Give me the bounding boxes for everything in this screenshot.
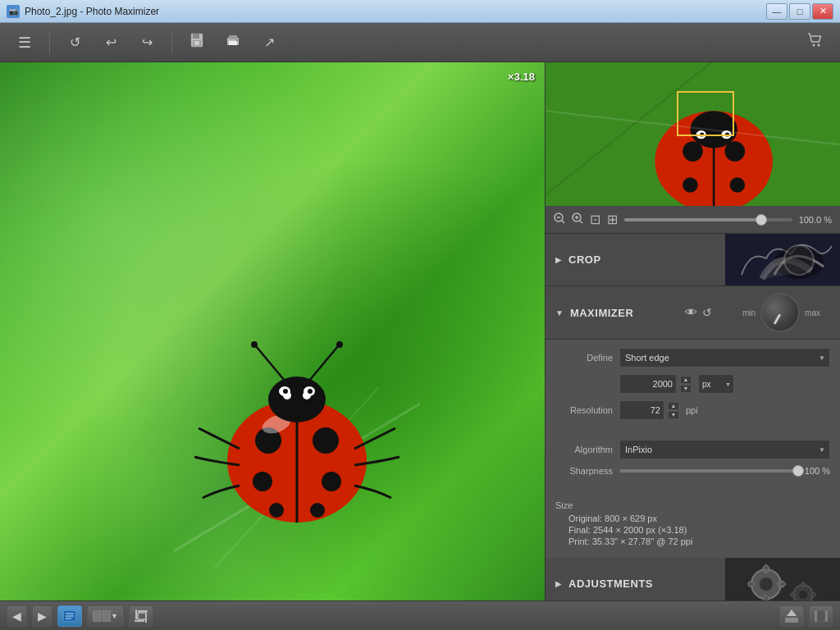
svg-point-17 — [322, 472, 341, 491]
define-select-wrapper[interactable]: Short edge Long edge Width Height — [619, 348, 830, 368]
crop-tool-icon — [135, 609, 148, 623]
svg-point-37 — [724, 141, 745, 162]
svg-rect-1 — [193, 34, 199, 39]
print-icon — [225, 32, 241, 52]
print-button[interactable] — [218, 28, 248, 57]
maximizer-section-header[interactable]: ▼ MAXIMIZER ↺ min max — [546, 286, 840, 340]
svg-rect-82 — [138, 613, 146, 619]
filmstrip-button[interactable] — [809, 605, 833, 627]
resolution-unit: ppi — [686, 405, 698, 415]
svg-rect-90 — [815, 612, 816, 614]
toolbar-separator-2 — [171, 31, 172, 54]
canvas-area[interactable]: ×3.18 — [0, 62, 545, 600]
crop-tool-button[interactable] — [129, 605, 153, 627]
svg-rect-3 — [194, 41, 199, 45]
zoom-slider[interactable] — [624, 218, 792, 221]
size-input[interactable]: 2000 — [619, 374, 677, 394]
maximizer-reset-icon[interactable]: ↺ — [702, 306, 712, 319]
zoom-indicator: ×3.18 — [508, 71, 535, 83]
sharpness-thumb[interactable] — [792, 465, 804, 477]
ladybug-image — [174, 322, 420, 568]
svg-rect-79 — [103, 610, 111, 622]
svg-point-18 — [269, 503, 284, 518]
sharpness-label: Sharpness — [555, 466, 613, 476]
actual-zoom-icon[interactable]: ⊞ — [607, 212, 618, 227]
svg-rect-85 — [785, 618, 798, 623]
main-area: ×3.18 — [0, 62, 840, 600]
svg-line-22 — [256, 346, 285, 381]
upload-icon — [785, 609, 798, 623]
zoom-out-icon[interactable] — [554, 212, 565, 226]
size-down-button[interactable]: ▼ — [680, 385, 692, 393]
knob-max-label: max — [805, 308, 820, 317]
maximizer-knob[interactable] — [760, 293, 800, 332]
svg-point-38 — [682, 177, 697, 192]
define-select[interactable]: Short edge Long edge Width Height — [619, 348, 830, 368]
resolution-input[interactable]: 72 — [619, 400, 664, 420]
algorithm-select-wrapper[interactable]: InPixio Lanczos Bicubic — [619, 440, 830, 459]
divider-1 — [555, 427, 830, 433]
size-row: 2000 ▲ ▼ px cm in — [555, 374, 830, 394]
svg-point-36 — [682, 141, 703, 162]
sharpness-track — [619, 469, 798, 472]
knob-indicator — [774, 313, 782, 325]
knob-area: min max — [712, 293, 830, 332]
compare-button[interactable]: ▼ — [87, 605, 124, 627]
adjustments-thumbnail — [725, 558, 840, 600]
menu-button[interactable]: ☰ — [10, 28, 39, 57]
zoom-value: 100.0 % — [799, 215, 832, 225]
adjustments-section-header[interactable]: ▶ ADJUSTMENTS — [546, 558, 840, 600]
upload-button[interactable] — [779, 605, 804, 627]
algorithm-row: Algorithm InPixio Lanczos Bicubic — [555, 440, 830, 459]
svg-rect-91 — [815, 615, 816, 617]
panel-sections[interactable]: ▶ CROP ▼ M — [546, 234, 840, 600]
undo2-button[interactable]: ↺ — [60, 28, 89, 57]
unit-select-wrapper[interactable]: px cm in — [698, 374, 734, 394]
define-row: Define Short edge Long edge Width Height — [555, 348, 830, 368]
svg-line-23 — [309, 346, 338, 381]
next-icon: ▶ — [38, 609, 47, 623]
algorithm-select[interactable]: InPixio Lanczos Bicubic — [619, 440, 830, 459]
svg-rect-89 — [817, 610, 825, 622]
crop-section-header[interactable]: ▶ CROP — [546, 234, 840, 286]
print-size: Print: 35.33" × 27.78" @ 72 ppi — [568, 536, 830, 546]
undo-button[interactable]: ↩ — [96, 28, 126, 57]
size-up-button[interactable]: ▲ — [680, 376, 692, 384]
maximize-button[interactable]: □ — [789, 3, 810, 20]
svg-point-9 — [818, 44, 820, 47]
window-title: Photo_2.jpg - Photo Maximizer — [25, 6, 766, 17]
svg-rect-63 — [748, 582, 755, 587]
zoom-in-icon[interactable] — [572, 212, 583, 226]
window-controls: — □ ✕ — [766, 3, 833, 20]
save-button[interactable] — [182, 28, 212, 57]
resolution-up-button[interactable]: ▲ — [668, 402, 679, 410]
prev-button[interactable]: ◀ — [7, 605, 27, 627]
svg-point-30 — [283, 389, 288, 394]
svg-marker-86 — [787, 609, 797, 616]
export-button[interactable]: ↗ — [254, 28, 284, 57]
next-button[interactable]: ▶ — [32, 605, 52, 627]
maximizer-eye-icon[interactable] — [684, 307, 697, 319]
svg-rect-5 — [229, 35, 237, 39]
fit-zoom-icon[interactable]: ⊡ — [590, 212, 600, 227]
view-mode-button[interactable] — [57, 605, 82, 627]
redo-icon: ↪ — [142, 34, 153, 50]
zoom-slider-container[interactable] — [624, 218, 792, 221]
prev-icon: ◀ — [12, 609, 21, 623]
save-icon — [189, 32, 205, 52]
sharpness-slider[interactable] — [619, 469, 798, 472]
svg-rect-94 — [826, 615, 827, 617]
undo-icon: ↩ — [106, 34, 116, 50]
resolution-down-button[interactable]: ▼ — [668, 411, 679, 419]
close-button[interactable]: ✕ — [812, 3, 833, 20]
svg-point-15 — [313, 427, 339, 454]
zoom-slider-thumb[interactable] — [756, 214, 767, 226]
sharpness-value: 100 % — [805, 466, 830, 476]
thumbnail-selection-box — [677, 91, 734, 136]
cart-button[interactable] — [801, 28, 830, 57]
redo-button[interactable]: ↪ — [132, 28, 162, 57]
compare-dropdown-icon: ▼ — [111, 612, 118, 620]
resolution-spin-buttons: ▲ ▼ — [668, 402, 679, 419]
unit-select[interactable]: px cm in — [698, 374, 734, 394]
minimize-button[interactable]: — — [766, 3, 788, 20]
